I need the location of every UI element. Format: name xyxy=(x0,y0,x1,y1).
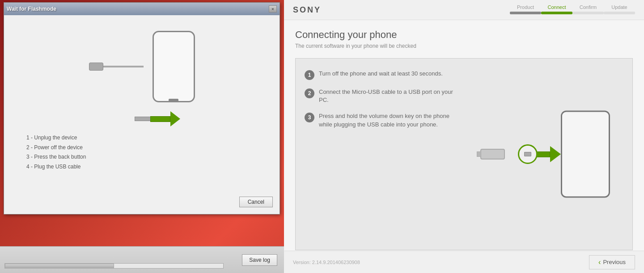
wizard-step-product-label: Product xyxy=(517,4,534,10)
instruction-item-1: 1 Turn off the phone and wait at least 3… xyxy=(305,70,462,80)
phone-right-illustration xyxy=(561,111,610,198)
left-panel: Wait for Flashmode × xyxy=(0,0,284,273)
wizard-step-confirm-label: Confirm xyxy=(580,4,597,10)
previous-chevron-icon: ‹ xyxy=(598,258,601,266)
wizard-step-connect-label: Connect xyxy=(548,4,566,10)
usb-cable-illustration xyxy=(89,63,144,71)
phone-illustration xyxy=(153,31,195,102)
phone-connector xyxy=(169,99,178,102)
save-log-button[interactable]: Save log xyxy=(242,254,277,266)
step-circle-3: 3 xyxy=(305,113,314,122)
main-content: Connecting your phone The current softwa… xyxy=(284,20,644,268)
instruction-item-2: 2 Connect the Micro-USB cable to a USB p… xyxy=(305,88,462,104)
dialog-illustration xyxy=(15,31,268,102)
wizard-step-product: Product xyxy=(510,4,541,14)
steps-list: 1 - Unplug the device 2 - Power off the … xyxy=(26,133,257,172)
arrow-head-green xyxy=(170,111,180,126)
step-4: 4 - Plug the USB cable xyxy=(26,162,257,172)
usb-plug-right xyxy=(480,149,505,160)
wizard-step-product-bar xyxy=(510,12,541,14)
step-3: 3 - Press the back button xyxy=(26,152,257,162)
usb-line xyxy=(103,66,144,67)
usb-plug xyxy=(89,63,103,71)
page-title: Connecting your phone xyxy=(295,29,633,41)
wizard-step-update: Update xyxy=(604,4,635,14)
dialog-content: 1 - Unplug the device 2 - Power off the … xyxy=(4,15,280,185)
green-arrow-body xyxy=(537,151,550,157)
sony-logo: SONY xyxy=(293,5,321,15)
illustration-column xyxy=(471,70,623,239)
instructions-column: 1 Turn off the phone and wait at least 3… xyxy=(305,70,462,239)
cancel-button[interactable]: Cancel xyxy=(239,197,273,207)
wizard-step-connect-bar xyxy=(541,12,572,14)
usb-head xyxy=(480,149,505,160)
wizard-step-connect: Connect xyxy=(541,4,572,14)
arrow-body-green xyxy=(150,116,170,122)
wizard-step-confirm-bar xyxy=(572,12,604,14)
step-2: 2 - Power off the device xyxy=(26,143,257,153)
step-circle-1: 1 xyxy=(305,70,314,80)
step-1: 1 - Unplug the device xyxy=(26,133,257,143)
dialog-footer: Cancel xyxy=(239,197,273,207)
version-text: Version: 2.14.9.201406230908 xyxy=(293,260,360,265)
usb-extension xyxy=(477,151,481,157)
bottom-toolbar: Save log xyxy=(0,246,284,273)
right-panel: SONY Product Connect Confirm Update Conn… xyxy=(284,0,644,273)
wizard-step-update-label: Update xyxy=(611,4,627,10)
usb-cable-right xyxy=(480,149,505,160)
wizard-step-update-bar xyxy=(604,12,635,14)
dialog-close-button[interactable]: × xyxy=(269,5,277,13)
green-arrow-head xyxy=(550,146,561,162)
previous-button[interactable]: ‹ Previous xyxy=(589,255,635,269)
usb-arrow xyxy=(135,112,153,126)
previous-button-label: Previous xyxy=(603,259,626,265)
bottom-scrollbar[interactable] xyxy=(4,263,224,269)
instruction-item-3: 3 Press and hold the volume down key on … xyxy=(305,112,462,128)
green-arrow-group xyxy=(150,111,180,126)
scrollbar-thumb xyxy=(5,264,114,268)
wizard-steps: Product Connect Confirm Update xyxy=(510,4,635,14)
page-subtitle: The current software in your phone will … xyxy=(295,43,633,49)
right-footer: Version: 2.14.9.201406230908 ‹ Previous xyxy=(284,251,644,273)
dialog-window: Wait for Flashmode × xyxy=(4,2,280,214)
instruction-text-1: Turn off the phone and wait at least 30 … xyxy=(319,70,443,78)
plug-inner xyxy=(524,152,531,156)
step-circle-2: 2 xyxy=(305,88,314,98)
arrow-area xyxy=(15,111,268,126)
instruction-text-2: Connect the Micro-USB cable to a USB por… xyxy=(319,88,462,104)
green-plug-arrow xyxy=(518,144,561,164)
dialog-title: Wait for Flashmode xyxy=(7,6,56,12)
content-box: 1 Turn off the phone and wait at least 3… xyxy=(295,58,633,250)
usb-connector-body xyxy=(135,117,153,121)
sony-header: SONY Product Connect Confirm Update xyxy=(284,0,644,20)
instruction-text-3: Press and hold the volume down key on th… xyxy=(319,112,462,128)
plug-circle xyxy=(518,144,538,164)
wizard-step-confirm: Confirm xyxy=(572,4,604,14)
dialog-titlebar: Wait for Flashmode × xyxy=(4,3,280,15)
